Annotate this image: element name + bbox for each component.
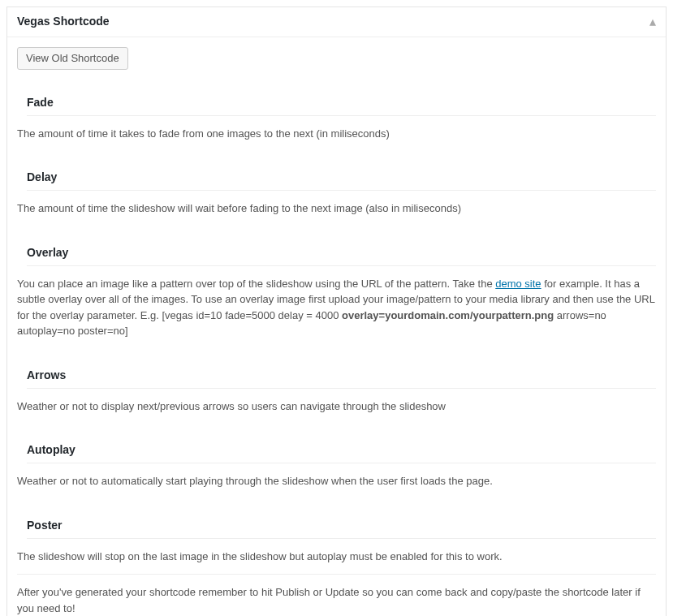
overlay-desc-bold: overlay=yourdomain.com/yourpattern.png [342, 309, 554, 321]
arrows-description: Weather or not to display next/previous … [17, 389, 656, 424]
collapse-toggle-icon[interactable]: ▴ [649, 14, 656, 29]
panel-title: Vegas Shortcode [17, 14, 110, 30]
demo-site-link[interactable]: demo site [495, 278, 541, 290]
delay-heading: Delay [27, 164, 656, 191]
panel-header: Vegas Shortcode ▴ [7, 7, 666, 37]
fade-description: The amount of time it takes to fade from… [17, 116, 656, 152]
vegas-shortcode-panel: Vegas Shortcode ▴ View Old Shortcode Fad… [6, 6, 667, 616]
autoplay-heading: Autoplay [27, 437, 656, 463]
delay-description: The amount of time the slideshow will wa… [17, 191, 656, 226]
autoplay-description: Weather or not to automatically start pl… [17, 463, 656, 499]
view-old-shortcode-button[interactable]: View Old Shortcode [17, 47, 128, 70]
poster-description: The slideshow will stop on the last imag… [17, 539, 656, 575]
fade-heading: Fade [27, 89, 656, 116]
panel-body: View Old Shortcode Fade The amount of ti… [7, 37, 666, 616]
overlay-description: You can place an image like a pattern ov… [17, 266, 656, 349]
poster-heading: Poster [27, 512, 656, 539]
arrows-heading: Arrows [27, 362, 656, 389]
generator-note: After you've generated your shortcode re… [17, 574, 656, 616]
overlay-desc-text-before: You can place an image like a pattern ov… [17, 278, 495, 290]
overlay-heading: Overlay [27, 239, 656, 266]
